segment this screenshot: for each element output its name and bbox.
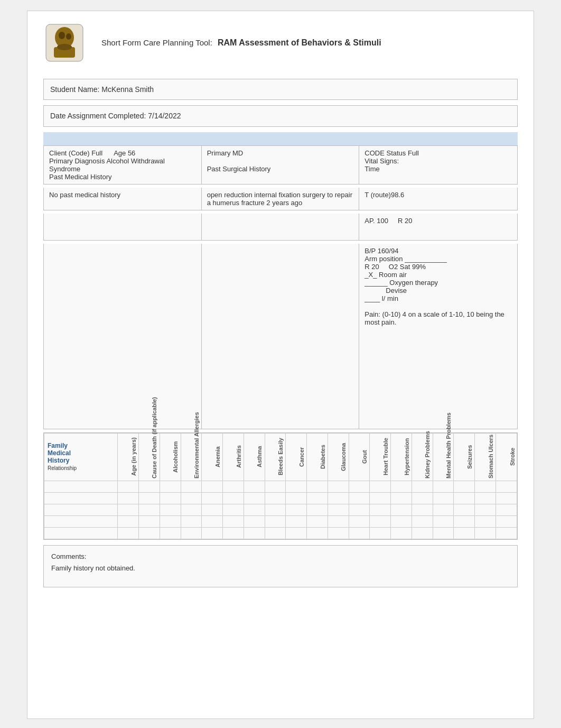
time-label: Time [364,165,512,173]
empty-cell-2 [202,214,360,240]
svg-point-2 [59,32,65,39]
fmh-title-header: Family Medical History Relationship [44,433,118,481]
student-name: Student Name: McKenna Smith [50,84,511,95]
section-header-bar [43,132,518,145]
r20-o2: R 20 O2 Sat 99% [364,263,512,271]
fmh-env-header: Environmental Allergies [181,433,202,481]
empty-large-2 [202,244,360,429]
svg-point-3 [66,33,71,40]
fmh-kidney-header: Kidney Problems [412,433,433,481]
client-pmh-label: Past Medical History [49,173,196,181]
oxygen-therapy-line: ______ Oxygen therapy [364,279,512,287]
ap-r-row: AP. 100 R 20 [43,214,518,241]
tool-label: Short Form Care Planning Tool: [101,38,212,47]
fmh-alcoholism-header: Alcoholism [160,433,181,481]
ap-r-cell: AP. 100 R 20 [359,214,517,240]
fmh-heart-header: Heart Trouble [370,433,391,481]
table-row [44,515,517,527]
fmh-cause-header: Cause of Death (if applicable) [138,433,160,481]
table-row [44,481,517,492]
client-code: Client (Code) Full Age 56 [49,149,196,157]
fmh-seizures-header: Seizures [454,433,475,481]
pmh-value-cell: No past medical history [44,188,202,210]
comments-section: Comments: Family history not obtained. [43,545,518,587]
temp-value: T (route)98.6 [364,191,512,199]
vital-signs-label: Vital Signs: [364,157,512,165]
fmh-age-header: Age (in years) [118,433,139,481]
fmh-glaucoma-header: Glaucoma [328,433,349,481]
ap-r-values: AP. 100 R 20 [364,217,512,225]
vitals-detail-cell: B/P 160/94 Arm position ___________ R 20… [359,244,517,429]
empty-cell-1 [44,214,202,240]
primary-md-label: Primary MD [207,149,354,157]
fmh-table-body [44,481,517,539]
fmh-table: Family Medical History Relationship Age … [44,433,517,539]
pain-value: Pain: (0-10) 4 on a scale of 1-10, 10 be… [364,310,512,326]
psh-value-cell: open reduction internal fixation surgery… [202,188,360,210]
client-info-cell: Client (Code) Full Age 56 Primary Diagno… [44,146,202,184]
family-medical-history-section: Family Medical History Relationship Age … [43,432,518,540]
tool-name: RAM Assessment of Behaviors & Stimuli [218,38,381,47]
code-status-cell: CODE Status Full Vital Signs: Time [359,146,517,184]
code-status-label: CODE Status Full [364,149,512,157]
comments-label: Comments: [51,551,510,563]
pmh-psh-temp-row: No past medical history open reduction i… [43,188,518,210]
arm-position: Arm position ___________ [364,255,512,263]
fmh-mental-header: Mental Health Problems [433,433,454,481]
student-name-section: Student Name: McKenna Smith [43,79,518,100]
page-header: Short Form Care Planning Tool: RAM Asses… [43,22,518,69]
fmh-asthma-header: Asthma [244,433,265,481]
fmh-gout-header: Gout [349,433,370,481]
svg-point-5 [57,44,72,50]
fmh-hypertension-header: Hypertension [391,433,412,481]
logo [43,22,86,64]
fmh-stomach-header: Stomach Ulcers [475,433,496,481]
fmh-stroke-header: Stroke [496,433,517,481]
bottom-spacer [43,587,518,630]
table-row [44,492,517,504]
vitals-large-row: B/P 160/94 Arm position ___________ R 20… [43,244,518,429]
header-title: Short Form Care Planning Tool: RAM Asses… [101,38,381,48]
room-air-line: _X_ Room air [364,271,512,279]
fmh-anemia-header: Anemia [202,433,223,481]
client-dx: Primary Diagnosis Alcohol Withdrawal Syn… [49,157,196,173]
temp-cell: T (route)98.6 [359,188,517,210]
empty-large-1 [44,244,202,429]
fmh-arthritis-header: Arthritis [223,433,244,481]
fmh-bleeds-header: Bleeds Easily [265,433,286,481]
l-per-min-line: ____ l/ min [364,294,512,302]
primary-md-cell: Primary MD Past Surgical History [202,146,360,184]
table-row [44,527,517,539]
devise-line: Devise [364,287,512,294]
main-info-grid: Client (Code) Full Age 56 Primary Diagno… [43,145,518,185]
bp-value: B/P 160/94 [364,247,512,255]
table-row [44,504,517,515]
comments-value: Family history not obtained. [51,563,510,574]
date-completed: Date Assignment Completed: 7/14/2022 [50,110,511,122]
psh-label: Past Surgical History [207,165,354,173]
fmh-cancer-header: Cancer [286,433,307,481]
fmh-header-row: Family Medical History Relationship Age … [44,433,517,481]
date-section: Date Assignment Completed: 7/14/2022 [43,105,518,126]
fmh-diabetes-header: Diabetes [307,433,328,481]
